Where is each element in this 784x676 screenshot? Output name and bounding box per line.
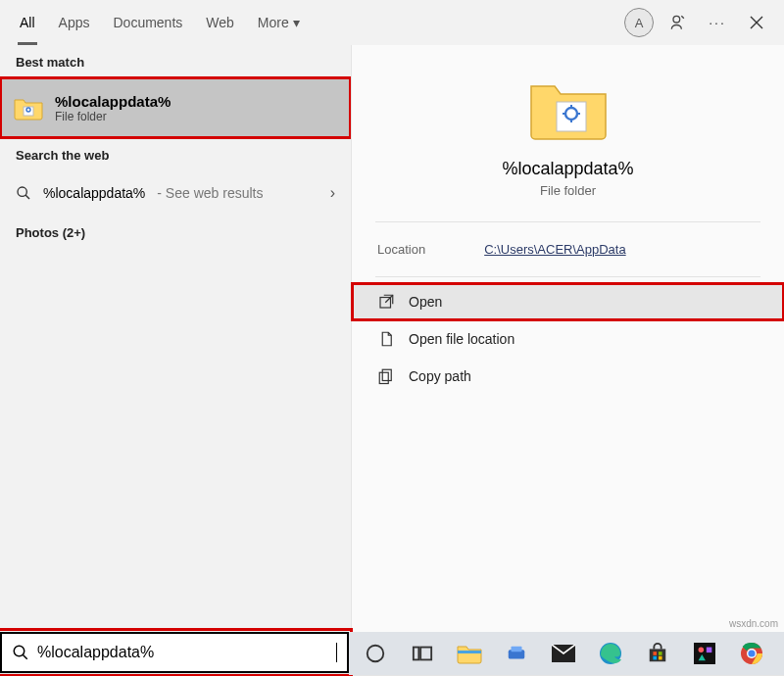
more-options-button[interactable]: ···: [698, 3, 737, 42]
chrome-icon: [740, 642, 763, 665]
taskbar-app-1[interactable]: [500, 637, 533, 670]
tab-all[interactable]: All: [8, 0, 47, 45]
tab-more[interactable]: More ▾: [246, 0, 312, 45]
tab-web[interactable]: Web: [194, 0, 246, 45]
avatar: A: [624, 8, 654, 37]
svg-point-24: [699, 648, 705, 653]
svg-rect-25: [707, 648, 712, 653]
svg-point-0: [673, 16, 680, 23]
taskbar-taskview[interactable]: [406, 637, 439, 670]
search-web-result[interactable]: %localappdata% - See web results ›: [0, 170, 351, 216]
action-copy-path[interactable]: Copy path: [352, 358, 784, 395]
tab-documents[interactable]: Documents: [101, 0, 194, 45]
taskbar-edge[interactable]: [594, 637, 627, 670]
folder-large-icon: [527, 74, 610, 145]
feedback-icon: [668, 13, 688, 32]
location-label: Location: [377, 242, 425, 257]
action-copy-path-label: Copy path: [409, 368, 471, 384]
best-match-result[interactable]: %localappdata% File folder: [0, 77, 351, 138]
svg-rect-21: [653, 656, 657, 660]
tab-more-label: More: [258, 15, 289, 30]
taskbar-app-2[interactable]: [688, 637, 721, 670]
action-open-location[interactable]: Open file location: [352, 320, 784, 358]
best-match-text: %localappdata% File folder: [55, 93, 171, 123]
search-panel: All Apps Documents Web More ▾ A ··· Best: [0, 0, 784, 632]
svg-point-10: [368, 646, 384, 662]
best-match-label: Best match: [0, 45, 351, 77]
chevron-right-icon: ›: [330, 184, 335, 202]
photos-label: Photos (2+): [0, 216, 351, 248]
svg-rect-11: [414, 648, 419, 660]
svg-rect-23: [694, 643, 715, 664]
preview-column: %localappdata% File folder Location C:\U…: [351, 45, 784, 632]
explorer-icon: [457, 643, 482, 664]
tab-bar: All Apps Documents Web More ▾ A ···: [0, 0, 784, 45]
location-path[interactable]: C:\Users\ACER\AppData: [484, 242, 626, 257]
action-open[interactable]: Open: [352, 283, 784, 320]
search-web-query: %localappdata%: [43, 185, 145, 201]
account-button[interactable]: A: [619, 3, 659, 42]
search-icon: [16, 185, 31, 201]
watermark: wsxdn.com: [729, 618, 778, 629]
taskbar: [349, 632, 784, 675]
open-location-icon: [377, 330, 395, 348]
svg-rect-18: [650, 649, 666, 661]
svg-point-3: [18, 187, 26, 196]
taskbar-mail[interactable]: [547, 637, 580, 670]
svg-point-9: [14, 646, 24, 656]
app2-icon: [694, 643, 715, 664]
action-open-location-label: Open file location: [409, 331, 514, 347]
app-icon: [506, 643, 527, 664]
copy-icon: [377, 367, 395, 385]
preview-header: %localappdata% File folder: [352, 45, 784, 221]
svg-point-28: [748, 650, 755, 656]
search-input[interactable]: [37, 644, 334, 661]
mail-icon: [552, 645, 575, 662]
svg-rect-13: [458, 651, 481, 653]
search-box[interactable]: [0, 632, 349, 673]
feedback-button[interactable]: [659, 3, 698, 42]
open-icon: [377, 293, 395, 311]
svg-rect-12: [420, 648, 431, 660]
svg-rect-7: [382, 369, 391, 380]
text-caret: [336, 643, 337, 662]
tab-apps[interactable]: Apps: [47, 0, 102, 45]
preview-sub: File folder: [540, 183, 596, 198]
edge-icon: [599, 642, 622, 665]
svg-rect-15: [512, 647, 522, 652]
best-match-sub: File folder: [55, 110, 171, 123]
folder-icon: [14, 93, 43, 122]
divider: [375, 276, 760, 277]
search-icon: [12, 644, 29, 661]
actions-list: Open Open file location Copy path: [352, 283, 784, 395]
circle-icon: [365, 643, 386, 664]
taskbar-store[interactable]: [641, 637, 674, 670]
search-web-label: Search the web: [0, 138, 351, 170]
close-button[interactable]: [737, 3, 776, 42]
taskbar-chrome[interactable]: [735, 637, 768, 670]
svg-rect-19: [653, 652, 657, 655]
preview-title: %localappdata%: [502, 159, 633, 179]
close-icon: [750, 16, 763, 29]
ellipsis-icon: ···: [709, 15, 726, 30]
svg-rect-20: [659, 652, 662, 655]
action-open-label: Open: [409, 294, 442, 310]
svg-rect-22: [659, 656, 662, 660]
taskbar-cortana[interactable]: [359, 637, 392, 670]
taskview-icon: [412, 645, 433, 662]
search-web-hint: - See web results: [157, 185, 263, 201]
chevron-down-icon: ▾: [293, 15, 300, 30]
location-row: Location C:\Users\ACER\AppData: [352, 222, 784, 276]
svg-rect-8: [379, 372, 388, 383]
best-match-title: %localappdata%: [55, 93, 171, 110]
results-column: Best match %localappdata% File folder Se…: [0, 45, 351, 632]
taskbar-explorer[interactable]: [453, 637, 486, 670]
store-icon: [647, 643, 668, 664]
